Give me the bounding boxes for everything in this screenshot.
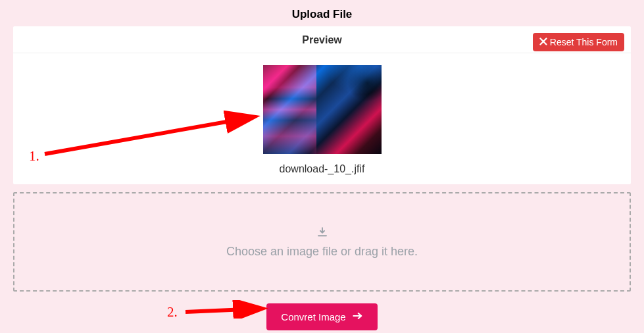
- close-icon: [539, 37, 547, 47]
- reset-form-button[interactable]: Reset This Form: [533, 33, 624, 51]
- dropzone-text: Choose an image file or drag it here.: [14, 245, 630, 259]
- preview-filename: download-_10_.jfif: [13, 163, 631, 175]
- preview-panel: Preview Reset This Form download-_10_.jf…: [13, 26, 631, 184]
- convert-image-label: Convret Image: [281, 311, 345, 322]
- arrow-right-icon: [353, 311, 363, 322]
- page-title: Upload File: [13, 0, 631, 26]
- preview-header: Preview Reset This Form: [13, 26, 631, 53]
- file-dropzone[interactable]: Choose an image file or drag it here.: [13, 192, 631, 292]
- reset-form-label: Reset This Form: [550, 37, 618, 47]
- preview-body: download-_10_.jfif: [13, 53, 631, 184]
- preview-thumbnail[interactable]: [263, 65, 382, 154]
- convert-row: Convret Image: [13, 303, 631, 330]
- convert-image-button[interactable]: Convret Image: [266, 303, 377, 330]
- download-icon: [316, 226, 328, 238]
